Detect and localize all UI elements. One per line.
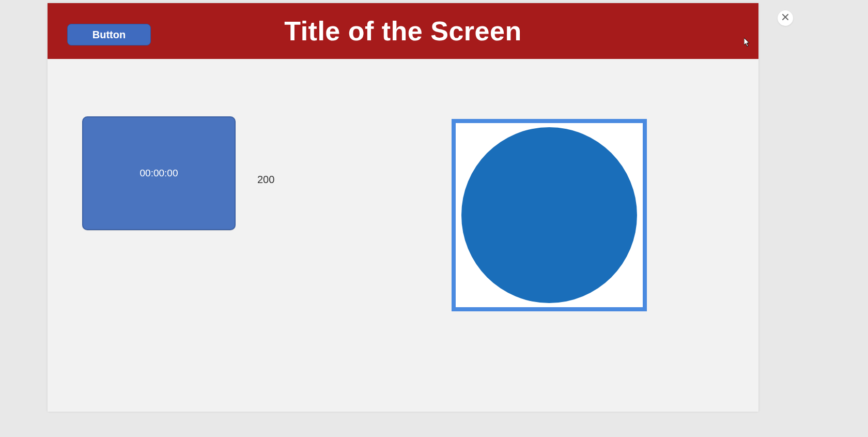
timer-box[interactable]: 00:00:00	[82, 116, 236, 230]
circle-shape	[461, 127, 637, 303]
header-bar: Button Title of the Screen	[48, 3, 758, 59]
number-label: 200	[257, 174, 274, 186]
close-icon	[782, 13, 789, 23]
timer-value: 00:00:00	[140, 168, 178, 179]
circle-container	[452, 119, 647, 311]
close-button[interactable]	[778, 10, 793, 26]
app-frame: Button Title of the Screen 00:00:00 200	[48, 3, 758, 412]
content-area: 00:00:00 200	[48, 59, 758, 412]
page-title: Title of the Screen	[48, 16, 758, 47]
header-button-label: Button	[92, 29, 126, 41]
header-button[interactable]: Button	[67, 24, 151, 46]
